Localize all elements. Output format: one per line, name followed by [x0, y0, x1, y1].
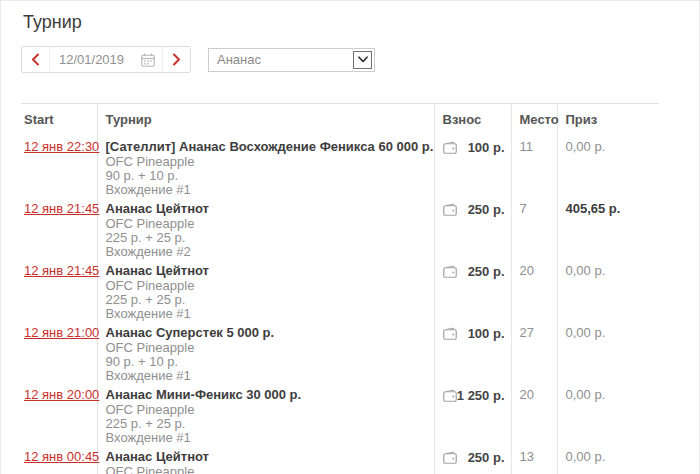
- wallet-icon: [443, 141, 457, 154]
- tournament-title: Ананас Суперстек 5 000 р.: [106, 326, 434, 340]
- next-day-button[interactable]: [162, 47, 190, 72]
- prize-value: 0,00 р.: [557, 321, 659, 383]
- chevron-left-icon: [31, 53, 40, 66]
- game-select[interactable]: Ананас: [208, 48, 375, 72]
- header-prize: Приз: [557, 104, 659, 135]
- game-select-value: Ананас: [209, 52, 353, 67]
- filter-bar: Ананас: [21, 46, 699, 73]
- tournament-entry: Вхождение #1: [106, 431, 434, 445]
- fee-amount: 250 р.: [468, 203, 505, 217]
- table-row: 12 янв 20:00 Ананас Мини-Феникс 30 000 р…: [21, 383, 659, 445]
- table-header-row: Start Турнир Взнос Место Приз: [21, 104, 659, 135]
- wallet-icon: [443, 327, 457, 340]
- tournament-buyin: 225 р. + 25 р.: [106, 231, 434, 245]
- tournament-entry: Вхождение #2: [106, 245, 434, 259]
- table-row: 12 янв 21:00 Ананас Суперстек 5 000 р. O…: [21, 321, 659, 383]
- tournament-buyin: 90 р. + 10 р.: [106, 355, 434, 369]
- prize-value: 0,00 р.: [557, 259, 659, 321]
- place-value: 20: [511, 259, 557, 321]
- tournament-entry: Вхождение #1: [106, 369, 434, 383]
- place-value: 20: [511, 383, 557, 445]
- tournament-game: OFC Pineapple: [106, 217, 434, 231]
- tournament-title: [Сателлит] Ананас Восхождение Феникса 60…: [106, 140, 434, 154]
- prev-day-button[interactable]: [22, 47, 50, 72]
- prize-value: 0,00 р.: [557, 383, 659, 445]
- prize-value: 405,65 р.: [557, 197, 659, 259]
- fee-amount: 250 р.: [468, 265, 505, 279]
- tournament-game: OFC Pineapple: [106, 465, 434, 474]
- tournament-table: Start Турнир Взнос Место Приз 12 янв 22:…: [21, 103, 659, 474]
- tournament-title: Ананас Цейтнот: [106, 264, 434, 278]
- place-value: 11: [511, 135, 557, 197]
- start-time-link[interactable]: 12 янв 21:00: [24, 325, 99, 340]
- tournament-page: Турнир: [0, 0, 700, 474]
- place-value: 7: [511, 197, 557, 259]
- tournament-entry: Вхождение #1: [106, 183, 434, 197]
- chevron-down-icon: [353, 51, 372, 69]
- wallet-icon: [443, 203, 457, 216]
- tournament-buyin: 90 р. + 10 р.: [106, 169, 434, 183]
- date-picker: [21, 46, 191, 73]
- chevron-right-icon: [172, 53, 181, 66]
- tournament-title: Ананас Мини-Феникс 30 000 р.: [106, 388, 434, 402]
- fee-amount: 1 250 р.: [457, 389, 505, 403]
- fee-amount: 100 р.: [468, 141, 505, 155]
- date-input[interactable]: [59, 52, 141, 67]
- wallet-icon: [443, 265, 457, 278]
- prize-value: 0,00 р.: [557, 445, 659, 474]
- table-row: 12 янв 22:30 [Сателлит] Ананас Восхожден…: [21, 135, 659, 197]
- fee-amount: 100 р.: [468, 327, 505, 341]
- page-title: Турнир: [1, 1, 699, 33]
- calendar-icon: [141, 53, 155, 67]
- date-input-wrap: [50, 47, 162, 72]
- place-value: 13: [511, 445, 557, 474]
- header-place: Место: [511, 104, 557, 135]
- start-time-link[interactable]: 12 янв 21:45: [24, 201, 99, 216]
- start-time-link[interactable]: 12 янв 20:00: [24, 387, 99, 402]
- header-start: Start: [21, 104, 97, 135]
- tournament-entry: Вхождение #1: [106, 307, 434, 321]
- wallet-icon: [443, 451, 457, 464]
- table-row: 12 янв 00:45 Ананас Цейтнот OFC Pineappl…: [21, 445, 659, 474]
- table-row: 12 янв 21:45 Ананас Цейтнот OFC Pineappl…: [21, 259, 659, 321]
- tournament-title: Ананас Цейтнот: [106, 202, 434, 216]
- tournament-game: OFC Pineapple: [106, 279, 434, 293]
- tournament-buyin: 225 р. + 25 р.: [106, 293, 434, 307]
- prize-value: 0,00 р.: [557, 135, 659, 197]
- header-tournament: Турнир: [97, 104, 434, 135]
- tournament-table-body: 12 янв 22:30 [Сателлит] Ананас Восхожден…: [21, 135, 659, 474]
- fee-amount: 250 р.: [468, 451, 505, 465]
- header-fee: Взнос: [434, 104, 511, 135]
- tournament-title: Ананас Цейтнот: [106, 450, 434, 464]
- tournament-game: OFC Pineapple: [106, 403, 434, 417]
- tournament-game: OFC Pineapple: [106, 155, 434, 169]
- start-time-link[interactable]: 12 янв 22:30: [24, 139, 99, 154]
- tournament-game: OFC Pineapple: [106, 341, 434, 355]
- table-row: 12 янв 21:45 Ананас Цейтнот OFC Pineappl…: [21, 197, 659, 259]
- start-time-link[interactable]: 12 янв 00:45: [24, 449, 99, 464]
- wallet-icon: [443, 389, 457, 402]
- start-time-link[interactable]: 12 янв 21:45: [24, 263, 99, 278]
- place-value: 27: [511, 321, 557, 383]
- tournament-buyin: 225 р. + 25 р.: [106, 417, 434, 431]
